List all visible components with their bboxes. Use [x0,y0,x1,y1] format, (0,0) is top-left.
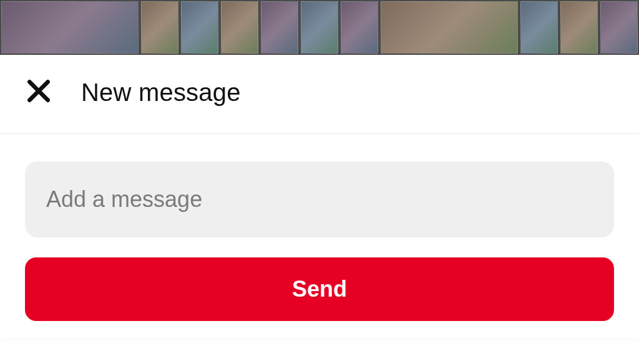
panel-body: Send [0,134,639,338]
grid-image [1,1,139,54]
grid-image [301,1,338,54]
grid-image [520,1,558,54]
close-icon [25,77,52,107]
grid-image [341,1,378,54]
background-image-grid [0,0,639,55]
send-button[interactable]: Send [25,257,614,321]
panel-header: New message [0,55,639,134]
grid-image [600,1,638,54]
grid-image [560,1,598,54]
grid-image [141,1,178,54]
grid-image [181,1,218,54]
close-button[interactable] [24,77,54,107]
grid-image [221,1,258,54]
message-input[interactable] [25,161,614,237]
new-message-panel: New message Send [0,55,639,338]
grid-image [381,1,518,54]
grid-image [261,1,298,54]
panel-title: New message [81,79,241,107]
